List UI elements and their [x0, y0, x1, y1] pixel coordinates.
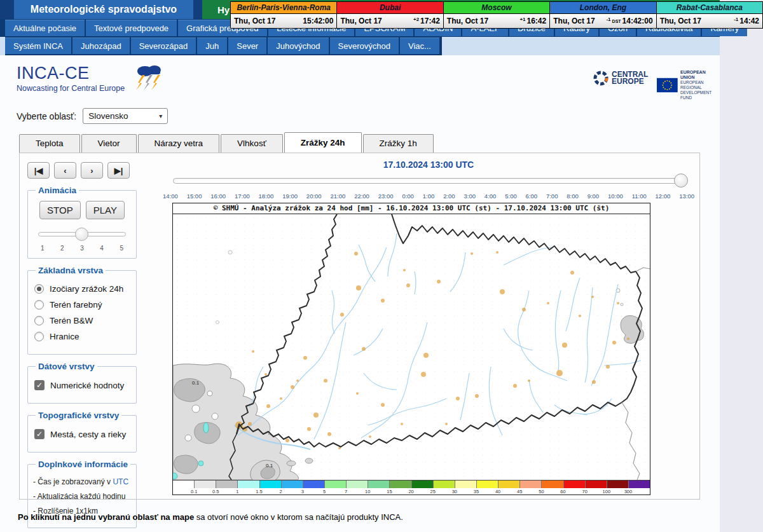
timeline-tick[interactable]: 15:00: [187, 193, 202, 200]
city-marker: [547, 302, 549, 304]
radio-option-izo-iary-zr-ok-24h[interactable]: Izočiary zrážok 24h: [34, 284, 130, 294]
region-tab-sever[interactable]: Sever: [228, 38, 266, 54]
clock-utc-offset: +1: [519, 17, 525, 22]
region-select-label: Vyberte oblasť:: [17, 111, 76, 121]
timeline-tick[interactable]: 5:00: [505, 193, 517, 200]
timeline: 17.10.2024 13:00 UTC 14:0015:0016:0017:0…: [163, 160, 694, 200]
clock-city-label: London, Eng: [550, 2, 656, 14]
timeline-tick[interactable]: 12:00: [656, 193, 671, 200]
region-tab-severov-chod[interactable]: Severovýchod: [330, 38, 399, 54]
colorbar-cell: 15: [368, 481, 390, 488]
city-marker: [437, 280, 441, 283]
tab-zr-ky-1h[interactable]: Zrážky 1h: [363, 134, 434, 153]
colorbar-label: 15: [383, 489, 395, 494]
clock-date: Thu, Oct 17: [340, 17, 382, 25]
clock-time-group: 15:42:00: [303, 17, 333, 25]
timeline-tick[interactable]: 14:00: [163, 193, 178, 200]
timeline-tick[interactable]: 20:00: [306, 193, 322, 200]
utc-link[interactable]: UTC: [113, 477, 128, 486]
region-tab-juh[interactable]: Juh: [197, 38, 227, 54]
timeline-tick[interactable]: 23:00: [378, 193, 394, 200]
tab-zr-ky-24h[interactable]: Zrážky 24h: [284, 132, 362, 153]
timeline-tick[interactable]: 1:00: [423, 193, 435, 200]
city-marker: [423, 353, 429, 358]
city-marker: [266, 404, 270, 408]
prev-frame-button[interactable]: ‹: [54, 162, 76, 179]
speed-scale-label: 5: [120, 245, 123, 252]
radio-option-ter-n-farebn[interactable]: Terén farebný: [34, 300, 130, 310]
slovakia-map-svg: 0.1 0.1: [173, 214, 650, 480]
product-panel: |◀‹›▶| Animácia STOP PLAY 12345 Základná…: [19, 153, 700, 500]
timeline-tick[interactable]: 2:00: [443, 193, 455, 200]
tab-vietor[interactable]: Vietor: [81, 134, 137, 153]
timeline-tick[interactable]: 11:00: [632, 193, 647, 200]
city-marker: [445, 423, 448, 425]
timeline-slider[interactable]: [173, 173, 684, 188]
timeline-tick[interactable]: 6:00: [526, 193, 538, 200]
timeline-tick[interactable]: 0:00: [402, 193, 414, 200]
colorbar-cell: 3: [282, 481, 303, 488]
top-tab-textov-predpovede[interactable]: Textové predpovede: [86, 20, 177, 36]
city-marker: [340, 313, 344, 317]
timeline-slider-track[interactable]: [173, 178, 684, 184]
timeline-tick[interactable]: 16:00: [210, 193, 226, 200]
radio-icon[interactable]: [34, 300, 44, 310]
timeline-tick[interactable]: 9:00: [588, 193, 600, 200]
checkbox-icon[interactable]: ✓: [34, 380, 45, 390]
checkbox-icon[interactable]: ✓: [34, 429, 45, 439]
speed-slider-thumb[interactable]: [75, 228, 88, 241]
timeline-tick[interactable]: 8:00: [567, 193, 579, 200]
region-tab-viac[interactable]: Viac...: [400, 38, 439, 54]
region-tab-severoz-pad[interactable]: Severozápad: [131, 38, 196, 54]
colorbar-label: 300: [622, 489, 634, 494]
timeline-tick[interactable]: 10:00: [608, 193, 623, 200]
city-marker: [381, 299, 385, 303]
precipitation-map[interactable]: © SHMÚ - Analýza zrážok za 24 hod [mm] -…: [172, 203, 650, 495]
top-tab-aktu-lne-po-asie[interactable]: Aktuálne počasie: [5, 20, 85, 36]
timeline-tick[interactable]: 18:00: [259, 193, 274, 200]
region-tab-juhoz-pad[interactable]: Juhozápad: [72, 38, 130, 54]
timeline-slider-thumb[interactable]: [674, 174, 688, 188]
timeline-tick[interactable]: 13:00: [679, 193, 694, 200]
timeline-tick[interactable]: 3:00: [464, 193, 476, 200]
cities-layer: [235, 251, 629, 449]
city-marker: [252, 350, 254, 353]
tab-vlhkos[interactable]: Vlhkosť: [221, 134, 283, 153]
timeline-tick[interactable]: 7:00: [546, 193, 558, 200]
timeline-tick[interactable]: 21:00: [330, 193, 345, 200]
stop-button[interactable]: STOP: [39, 201, 81, 219]
timeline-tick[interactable]: 4:00: [485, 193, 497, 200]
footer-note-bold: Po kliknutí na jednu vybranú oblasť na m…: [18, 512, 194, 522]
tab-n-razy-vetra[interactable]: Nárazy vetra: [138, 134, 220, 153]
animation-speed-slider[interactable]: [38, 228, 126, 242]
partner-logos: CENTRAL EUROPE EUROPEAN UNION EUROPEAN R…: [593, 70, 720, 100]
region-tab-juhov-chod[interactable]: Juhovýchod: [268, 38, 328, 54]
topo-layers-fieldset: Topografické vrstvy ✓Mestá, cesty a riek…: [27, 411, 137, 453]
tab-teplota[interactable]: Teplota: [19, 134, 80, 153]
precipitation-colorbar: 0.10.511.5235710152025303540455060701003…: [173, 480, 650, 488]
clock-city-label: Rabat-Casablanca: [657, 2, 762, 14]
radio-option-hranice[interactable]: Hranice: [34, 332, 130, 341]
next-frame-button[interactable]: ›: [81, 162, 103, 179]
region-tab-syst-m-inca[interactable]: Systém INCA: [5, 38, 71, 54]
radio-icon[interactable]: [34, 316, 44, 325]
contour-label: 0.1: [192, 380, 200, 386]
map-canvas[interactable]: 0.1 0.1: [173, 214, 650, 480]
play-button[interactable]: PLAY: [86, 201, 125, 219]
timeline-tick[interactable]: 17:00: [235, 193, 250, 200]
animation-fieldset: Animácia STOP PLAY 12345: [27, 186, 137, 259]
radio-option-ter-n-b-w[interactable]: Terén B&W: [34, 316, 130, 325]
clock-utc-offset: -1: [734, 17, 738, 22]
contour-area-southwest: 0.1 0.1: [173, 364, 313, 480]
contour-label: 0.1: [266, 463, 273, 468]
region-select[interactable]: Slovensko ▾: [83, 108, 168, 124]
radio-icon[interactable]: [34, 284, 44, 294]
timeline-tick[interactable]: 19:00: [282, 193, 298, 200]
last-frame-button[interactable]: ▶|: [107, 162, 130, 179]
radio-icon[interactable]: [34, 332, 44, 341]
checkbox-option-numerick-hodnoty[interactable]: ✓Numerické hodnoty: [34, 380, 130, 390]
checkbox-option-mest-cesty-a-rieky[interactable]: ✓Mestá, cesty a rieky: [34, 429, 130, 439]
first-frame-button[interactable]: |◀: [27, 162, 50, 179]
timeline-tick[interactable]: 22:00: [354, 193, 369, 200]
inca-logo: INCA-CE Nowcasting for Central Europe: [17, 64, 169, 93]
